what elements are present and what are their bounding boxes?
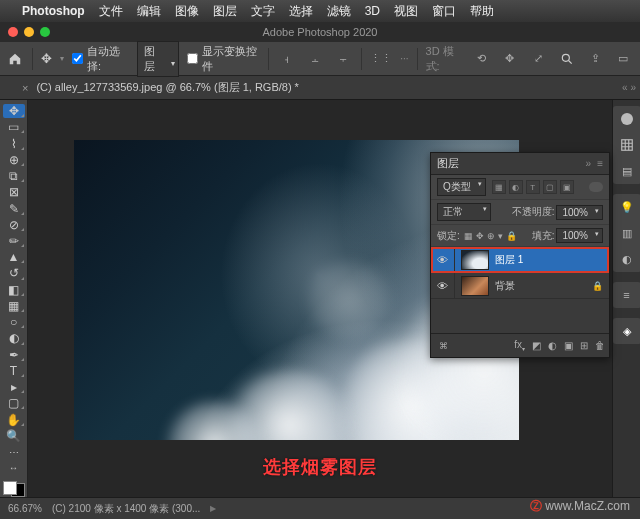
close-button[interactable] <box>8 27 18 37</box>
minimize-button[interactable] <box>24 27 34 37</box>
pan-3d-icon[interactable]: ✥ <box>500 48 520 70</box>
menu-3d[interactable]: 3D <box>365 4 380 18</box>
eraser-tool[interactable]: ◧ <box>3 283 25 297</box>
menu-filter[interactable]: 滤镜 <box>327 3 351 20</box>
marquee-tool[interactable]: ▭ <box>3 120 25 134</box>
align-left-icon[interactable]: ⫞ <box>277 48 297 70</box>
new-layer-icon[interactable]: ⊞ <box>580 340 588 351</box>
layer-mask-icon[interactable]: ◩ <box>532 340 541 351</box>
layer-thumbnail[interactable] <box>461 276 489 296</box>
layer-row[interactable]: 👁 图层 1 <box>431 247 609 273</box>
crop-tool[interactable]: ⧉ <box>3 169 25 183</box>
swatches-panel-icon[interactable] <box>618 136 636 154</box>
align-right-icon[interactable]: ⫟ <box>333 48 353 70</box>
blur-tool[interactable]: ○ <box>3 315 25 329</box>
brush-tool[interactable]: ✏ <box>3 234 25 248</box>
auto-select-target-dropdown[interactable]: 图层 <box>137 41 179 77</box>
group-layers-icon[interactable]: ▣ <box>564 340 573 351</box>
menu-type[interactable]: 文字 <box>251 3 275 20</box>
pen-tool[interactable]: ✒ <box>3 348 25 362</box>
delete-layer-icon[interactable]: 🗑 <box>595 340 605 351</box>
filter-smart-icon[interactable]: ▣ <box>560 180 574 194</box>
menu-layer[interactable]: 图层 <box>213 3 237 20</box>
layer-filter-kind-dropdown[interactable]: Q类型 <box>437 178 486 196</box>
quick-select-tool[interactable]: ⊕ <box>3 153 25 167</box>
path-select-tool[interactable]: ▸ <box>3 380 25 394</box>
layers-panel-icon[interactable]: ◈ <box>618 322 636 340</box>
visibility-toggle-icon[interactable]: 👁 <box>431 247 455 272</box>
search-icon[interactable] <box>556 48 578 70</box>
link-layers-icon[interactable]: ⌘ <box>439 341 448 351</box>
align-center-h-icon[interactable]: ⫠ <box>305 48 325 70</box>
menu-image[interactable]: 图像 <box>175 3 199 20</box>
document-tab[interactable]: × (C) alley_127733569.jpeg @ 66.7% (图层 1… <box>22 80 299 95</box>
orbit-3d-icon[interactable]: ⟲ <box>472 48 492 70</box>
lock-all-icon[interactable]: 🔒 <box>506 231 517 241</box>
filter-shape-icon[interactable]: ▢ <box>543 180 557 194</box>
menu-file[interactable]: 文件 <box>99 3 123 20</box>
lock-position-icon[interactable]: ✥ <box>476 231 484 241</box>
tab-overflow-arrows[interactable]: « » <box>622 82 636 93</box>
filter-adjust-icon[interactable]: ◐ <box>509 180 523 194</box>
doc-info[interactable]: (C) 2100 像素 x 1400 像素 (300... <box>52 502 200 516</box>
show-transform-checkbox[interactable]: 显示变换控件 <box>187 44 261 74</box>
lasso-tool[interactable]: ⌇ <box>3 136 25 150</box>
adjustments-panel-icon[interactable]: ◐ <box>618 250 636 268</box>
layer-row[interactable]: 👁 背景 🔒 <box>431 273 609 299</box>
menu-edit[interactable]: 编辑 <box>137 3 161 20</box>
layer-fx-icon[interactable]: fx▾ <box>514 339 525 352</box>
filter-type-icon[interactable]: T <box>526 180 540 194</box>
learn-panel-icon[interactable]: 💡 <box>618 198 636 216</box>
toolbox-more[interactable]: ⋯ <box>3 445 25 459</box>
history-brush-tool[interactable]: ↺ <box>3 266 25 280</box>
menu-app[interactable]: Photoshop <box>22 4 85 18</box>
gradients-panel-icon[interactable]: ▤ <box>618 162 636 180</box>
opacity-value[interactable]: 100% <box>556 205 603 220</box>
properties-panel-icon[interactable]: ≡ <box>618 286 636 304</box>
fill-value[interactable]: 100% <box>556 228 603 243</box>
healing-brush-tool[interactable]: ⊘ <box>3 218 25 232</box>
menu-select[interactable]: 选择 <box>289 3 313 20</box>
shape-tool[interactable]: ▢ <box>3 396 25 410</box>
panel-menu-icon[interactable]: ≡ <box>597 158 603 169</box>
filter-pixel-icon[interactable]: ▦ <box>492 180 506 194</box>
filter-toggle[interactable] <box>589 182 603 192</box>
color-panel-icon[interactable] <box>618 110 636 128</box>
layer-thumbnail[interactable] <box>461 250 489 270</box>
foreground-color[interactable] <box>3 481 17 495</box>
close-tab-icon[interactable]: × <box>22 82 28 94</box>
blend-mode-dropdown[interactable]: 正常 <box>437 203 491 221</box>
layer-name[interactable]: 图层 1 <box>495 253 523 267</box>
zoom-level[interactable]: 66.67% <box>8 503 42 514</box>
color-swatches[interactable] <box>3 481 25 497</box>
type-tool[interactable]: T <box>3 364 25 378</box>
edit-toolbar[interactable]: ↔ <box>3 461 25 475</box>
menu-window[interactable]: 窗口 <box>432 3 456 20</box>
fill-label: 填充: <box>532 229 555 243</box>
eyedropper-tool[interactable]: ✎ <box>3 201 25 215</box>
zoom-tool[interactable]: 🔍 <box>3 429 25 443</box>
auto-select-checkbox[interactable]: 自动选择: <box>72 44 129 74</box>
menu-help[interactable]: 帮助 <box>470 3 494 20</box>
clone-stamp-tool[interactable]: ▲ <box>3 250 25 264</box>
dodge-tool[interactable]: ◐ <box>3 331 25 345</box>
panel-collapse-icon[interactable]: » <box>586 158 592 169</box>
gradient-tool[interactable]: ▦ <box>3 299 25 313</box>
visibility-toggle-icon[interactable]: 👁 <box>431 273 455 298</box>
home-button[interactable] <box>6 49 24 69</box>
menu-view[interactable]: 视图 <box>394 3 418 20</box>
hand-tool[interactable]: ✋ <box>3 412 25 426</box>
move-tool[interactable]: ✥ <box>3 104 25 118</box>
adjustment-layer-icon[interactable]: ◐ <box>548 340 557 351</box>
distribute-icon[interactable]: ⋮⋮ <box>370 48 392 70</box>
maximize-button[interactable] <box>40 27 50 37</box>
share-icon[interactable]: ⇪ <box>584 48 606 70</box>
libraries-panel-icon[interactable]: ▥ <box>618 224 636 242</box>
lock-nest-icon[interactable]: ▾ <box>498 231 503 241</box>
frame-tool[interactable]: ⊠ <box>3 185 25 199</box>
workspace-icon[interactable]: ▭ <box>612 48 634 70</box>
layer-name[interactable]: 背景 <box>495 279 515 293</box>
lock-artboard-icon[interactable]: ⊕ <box>487 231 495 241</box>
lock-pixels-icon[interactable]: ▦ <box>464 231 473 241</box>
dolly-3d-icon[interactable]: ⤢ <box>528 48 548 70</box>
